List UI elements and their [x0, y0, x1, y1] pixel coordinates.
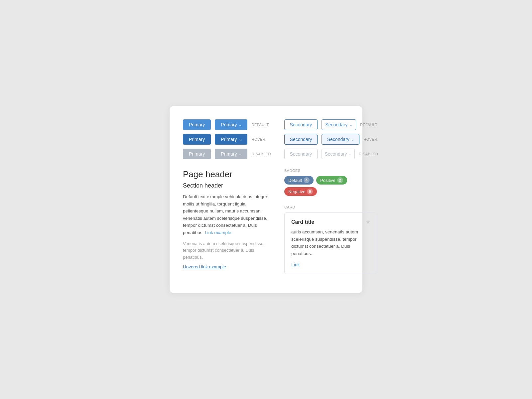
secondary-button-hover[interactable]: Secondary [284, 134, 318, 145]
primary-dropdown-button-default[interactable]: Primary ⌄ [215, 119, 247, 130]
primary-button-hover-label: Primary [189, 137, 205, 142]
star-icon[interactable]: ★ [366, 219, 370, 225]
section-header: Section header [183, 182, 271, 189]
card-body: auris accumsan, venenatis autem sceleris… [291, 228, 370, 257]
secondary-text: Venenatis autem scelerisque suspendisse,… [183, 240, 271, 261]
badge-positive: Positive 2 [316, 176, 347, 185]
secondary-dropdown-button-disabled: Secondary ⌄ [322, 149, 355, 159]
chevron-down-icon: ⌄ [239, 152, 241, 156]
chevron-down-icon: ⌄ [239, 123, 241, 127]
card-link[interactable]: Link [291, 262, 300, 267]
primary-dropdown-hover-label: Primary [221, 137, 237, 142]
secondary-dropdown-disabled-label: Secondary [325, 151, 347, 157]
badge-negative: Negative 9 [284, 187, 317, 196]
primary-button-disabled: Primary [183, 149, 211, 159]
badge-negative-label: Negative [288, 189, 305, 194]
secondary-state-label-default: DEFAULT [360, 123, 377, 127]
badge-default-label: Default [288, 178, 302, 183]
ui-card: Card title ★ auris accumsan, venenatis a… [284, 212, 377, 274]
badge-positive-count: 2 [337, 177, 343, 183]
card-section-label: CARD [284, 205, 377, 209]
primary-button-disabled-label: Primary [189, 151, 205, 157]
badges-section-label: BADGES [284, 169, 377, 173]
state-label-hover: HOVER [251, 137, 265, 141]
primary-button-default-label: Primary [189, 122, 205, 127]
primary-dropdown-button-hover[interactable]: Primary ⌄ [215, 134, 247, 145]
badges-row: Default 4 Positive 2 Negative 9 [284, 176, 377, 196]
secondary-state-label-disabled: DISABLED [359, 152, 378, 156]
chevron-down-icon: ⌄ [351, 138, 354, 141]
chevron-down-icon: ⌄ [349, 123, 352, 127]
secondary-dropdown-hover-label: Secondary [327, 137, 349, 142]
badge-positive-label: Positive [320, 178, 335, 183]
secondary-dropdown-button-default[interactable]: Secondary ⌄ [322, 119, 356, 130]
card-title: Card title [291, 219, 314, 225]
primary-button-hover[interactable]: Primary [183, 134, 211, 145]
secondary-button-disabled: Secondary [284, 149, 318, 159]
primary-button-default[interactable]: Primary [183, 119, 211, 130]
primary-dropdown-button-disabled: Primary ⌄ [215, 149, 247, 159]
secondary-button-default[interactable]: Secondary [284, 119, 318, 130]
badge-default-count: 4 [304, 177, 310, 183]
chevron-down-icon: ⌄ [349, 152, 351, 156]
secondary-dropdown-button-hover[interactable]: Secondary ⌄ [322, 134, 359, 145]
ui-card-header: Card title ★ [291, 219, 370, 225]
chevron-down-icon: ⌄ [239, 138, 241, 141]
link-example[interactable]: Link example [205, 230, 231, 235]
badge-default: Default 4 [284, 176, 314, 185]
page-header: Page header [183, 169, 271, 180]
primary-dropdown-default-label: Primary [221, 122, 237, 127]
secondary-state-label-hover: HOVER [363, 137, 377, 141]
secondary-button-hover-label: Secondary [290, 137, 312, 142]
default-text: Default text example vehicula risus inte… [183, 193, 271, 236]
state-label-disabled: DISABLED [251, 152, 271, 156]
secondary-button-default-label: Secondary [290, 122, 312, 127]
badge-negative-count: 9 [307, 189, 313, 195]
secondary-dropdown-default-label: Secondary [325, 122, 347, 127]
secondary-button-disabled-label: Secondary [290, 151, 312, 157]
state-label-default: DEFAULT [251, 123, 269, 127]
hovered-link-example[interactable]: Hovered link example [183, 264, 226, 269]
primary-dropdown-disabled-label: Primary [221, 151, 237, 157]
